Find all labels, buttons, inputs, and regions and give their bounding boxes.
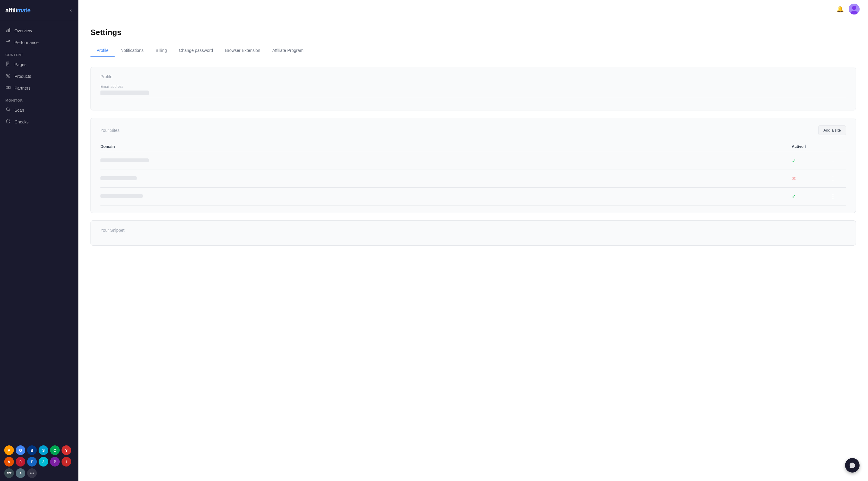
integration-awin[interactable]: A	[39, 457, 48, 467]
row-menu-button[interactable]: ⋮	[828, 192, 838, 201]
sidebar-item-partners[interactable]: Partners	[0, 82, 79, 94]
sidebar-item-performance[interactable]: Performance	[0, 36, 79, 48]
integration-other[interactable]: A	[16, 468, 25, 478]
svg-rect-1	[7, 29, 9, 32]
more-integrations-button[interactable]: •••	[27, 468, 37, 478]
sidebar-item-label: Pages	[14, 62, 27, 67]
integration-flexoffers[interactable]: F	[27, 457, 37, 467]
add-site-button[interactable]: Add a site	[818, 125, 846, 135]
integrations-grid: A G B S C Y V R F A P I JVZ A •••	[0, 442, 79, 481]
table-row: ✓ ⋮	[100, 188, 846, 206]
integration-viglink[interactable]: V	[4, 457, 14, 467]
tab-profile[interactable]: Profile	[91, 44, 115, 57]
tab-change-password[interactable]: Change password	[173, 44, 219, 57]
monitor-section-label: MONITOR	[0, 94, 79, 104]
sidebar-item-checks[interactable]: Checks	[0, 116, 79, 128]
sidebar-item-label: Scan	[14, 108, 24, 113]
overview-icon	[5, 28, 11, 33]
checks-icon	[5, 119, 11, 125]
email-form-group: Email address	[100, 85, 846, 98]
sites-section-header: Your Sites Add a site	[100, 125, 846, 135]
inactive-x-icon: ✕	[792, 176, 796, 182]
active-cell: ✓	[792, 152, 828, 170]
sidebar-header: affilimate ‹	[0, 0, 79, 21]
domain-placeholder	[100, 194, 143, 198]
performance-icon	[5, 39, 11, 45]
pages-icon	[5, 62, 11, 67]
tab-notifications[interactable]: Notifications	[115, 44, 150, 57]
active-cell: ✕	[792, 170, 828, 188]
content-section-label: CONTENT	[0, 48, 79, 59]
integration-booking[interactable]: B	[27, 445, 37, 455]
sidebar-item-label: Checks	[14, 120, 29, 124]
svg-rect-6	[6, 86, 8, 89]
chat-button[interactable]	[845, 458, 860, 473]
content-area: Settings Profile Notifications Billing C…	[79, 18, 868, 481]
settings-tabs: Profile Notifications Billing Change pas…	[91, 44, 856, 57]
actions-cell: ⋮	[828, 152, 846, 170]
sidebar-item-products[interactable]: Products	[0, 70, 79, 82]
table-row: ✓ ⋮	[100, 152, 846, 170]
active-column-header: Active ℹ	[792, 141, 828, 152]
domain-cell	[100, 152, 792, 170]
integration-pepperjam[interactable]: P	[50, 457, 60, 467]
sidebar: affilimate ‹ Overview Performance CONTEN…	[0, 0, 79, 481]
sidebar-collapse-button[interactable]: ‹	[69, 6, 73, 15]
notification-bell-icon[interactable]: 🔔	[836, 5, 844, 13]
actions-cell: ⋮	[828, 188, 846, 206]
sidebar-navigation: Overview Performance CONTENT Pages Produ…	[0, 21, 79, 442]
logo: affilimate	[5, 7, 30, 14]
sidebar-item-scan[interactable]: Scan	[0, 104, 79, 116]
sites-table: Domain Active ℹ	[100, 141, 846, 206]
tab-billing[interactable]: Billing	[150, 44, 173, 57]
partners-icon	[5, 85, 11, 91]
domain-column-header: Domain	[100, 141, 792, 152]
main-area: 🔔 Settings Profile Notifications Billing…	[79, 0, 868, 481]
topbar: 🔔	[79, 0, 868, 18]
snippet-section: Your Snippet	[91, 220, 856, 246]
sidebar-item-label: Overview	[14, 28, 32, 33]
sidebar-item-label: Products	[14, 74, 31, 79]
profile-section: Profile Email address	[91, 67, 856, 111]
domain-cell	[100, 188, 792, 206]
profile-section-title: Profile	[100, 74, 846, 79]
email-value-placeholder	[100, 91, 149, 95]
integration-shareasale[interactable]: Y	[62, 445, 71, 455]
integration-rakuten[interactable]: R	[16, 457, 25, 467]
active-info-icon[interactable]: ℹ	[805, 144, 806, 149]
domain-placeholder	[100, 176, 136, 180]
integration-amazon[interactable]: A	[4, 445, 14, 455]
page-title: Settings	[91, 28, 856, 37]
actions-column-header	[828, 141, 846, 152]
integration-impact[interactable]: I	[62, 457, 71, 467]
products-icon	[5, 73, 11, 79]
sidebar-item-pages[interactable]: Pages	[0, 59, 79, 70]
svg-rect-3	[6, 62, 9, 66]
integration-jvzoo[interactable]: JVZ	[4, 468, 14, 478]
actions-cell: ⋮	[828, 170, 846, 188]
row-menu-button[interactable]: ⋮	[828, 174, 838, 183]
sites-section: Your Sites Add a site Domain Active ℹ	[91, 118, 856, 213]
sidebar-item-label: Performance	[14, 40, 39, 45]
integration-skimlinks[interactable]: S	[39, 445, 48, 455]
row-menu-button[interactable]: ⋮	[828, 156, 838, 166]
user-avatar[interactable]	[849, 4, 860, 14]
tab-browser-extension[interactable]: Browser Extension	[219, 44, 266, 57]
svg-rect-0	[6, 30, 7, 32]
snippet-section-title: Your Snippet	[100, 228, 846, 233]
sidebar-item-overview[interactable]: Overview	[0, 25, 79, 36]
active-check-icon: ✓	[792, 193, 796, 200]
sites-section-title: Your Sites	[100, 128, 119, 133]
integration-cj[interactable]: C	[50, 445, 60, 455]
table-row: ✕ ⋮	[100, 170, 846, 188]
scan-icon	[5, 107, 11, 113]
tab-affiliate-program[interactable]: Affiliate Program	[266, 44, 309, 57]
integration-google[interactable]: G	[16, 445, 25, 455]
sidebar-item-label: Partners	[14, 86, 30, 91]
email-label: Email address	[100, 85, 846, 89]
svg-rect-7	[8, 86, 10, 89]
active-cell: ✓	[792, 188, 828, 206]
domain-placeholder	[100, 158, 149, 162]
svg-point-10	[852, 6, 856, 10]
domain-cell	[100, 170, 792, 188]
